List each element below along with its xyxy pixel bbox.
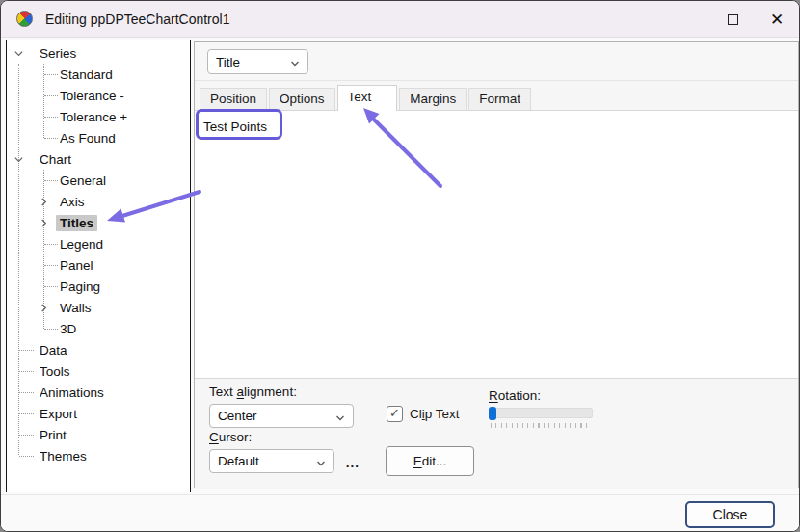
tree-item-themes[interactable]: Themes — [7, 445, 190, 466]
tree-connector-line — [19, 435, 34, 436]
tree-connector-line — [19, 371, 34, 372]
text-controls-area: Text alignment: Center ✓ Clip Text Rotat… — [195, 380, 798, 489]
tree-item-label: Chart — [36, 151, 75, 168]
tree-connector-line — [19, 350, 34, 351]
tree-item-tolerance[interactable]: Tolerance - — [7, 85, 190, 106]
cursor-dropdown[interactable]: Default — [209, 449, 334, 473]
dialog-window: Editing ppDPTeeChartControl1 ✕ SeriesSta… — [0, 0, 800, 532]
slider-ticks — [491, 423, 591, 428]
cursor-label: Cursor: — [209, 430, 252, 444]
teechart-pie-icon — [16, 11, 33, 27]
tree-item-axis[interactable]: Axis — [7, 191, 190, 212]
tree-item-label: Series — [36, 45, 80, 62]
close-button[interactable]: Close — [685, 501, 775, 528]
chevron-down-icon — [316, 457, 326, 466]
chevron-right-icon[interactable] — [37, 301, 50, 314]
cursor-more-button[interactable]: ... — [341, 454, 364, 471]
maximize-button[interactable] — [710, 1, 755, 38]
tree-item-tools[interactable]: Tools — [7, 360, 190, 382]
tree-item-animations[interactable]: Animations — [7, 382, 190, 403]
title-text-memo[interactable]: Test Points — [195, 110, 798, 379]
cursor-value: Default — [218, 454, 259, 468]
tree-item-label: Walls — [56, 300, 95, 316]
tree-item-label: Titles — [56, 215, 97, 231]
text-alignment-dropdown[interactable]: Center — [209, 404, 354, 428]
chevron-down-icon[interactable] — [12, 152, 25, 166]
tree-item-standard[interactable]: Standard — [7, 64, 190, 85]
tree-item-label: Export — [36, 406, 81, 422]
title-bar: Editing ppDPTeeChartControl1 ✕ — [1, 1, 799, 38]
chevron-down-icon — [335, 412, 345, 421]
tree-item-label: Animations — [36, 385, 108, 401]
tree-item-label: Legend — [56, 236, 107, 253]
memo-text-value: Test Points — [203, 120, 267, 134]
tree-item-as-found[interactable]: As Found — [7, 127, 190, 148]
tree-item-print[interactable]: Print — [7, 424, 190, 445]
text-alignment-value: Center — [218, 409, 257, 423]
tree-item-label: Panel — [56, 257, 97, 274]
slider-track — [489, 408, 593, 418]
tree-item-label: Tolerance + — [56, 109, 131, 125]
tree-item-panel[interactable]: Panel — [7, 254, 190, 276]
slider-thumb[interactable] — [489, 407, 496, 420]
tree-connector-line — [19, 413, 34, 414]
tree-item-paging[interactable]: Paging — [7, 276, 190, 297]
tree-item-tolerance[interactable]: Tolerance + — [7, 106, 190, 127]
tab-text[interactable]: Text — [337, 85, 398, 111]
tab-position[interactable]: Position — [200, 88, 267, 111]
checkbox-checked-icon: ✓ — [387, 406, 403, 422]
tree-item-label: Standard — [56, 66, 117, 83]
tab-options[interactable]: Options — [269, 88, 335, 111]
tree-item-label: 3D — [56, 321, 80, 337]
tab-margins[interactable]: Margins — [399, 88, 467, 111]
chevron-right-icon[interactable] — [37, 195, 50, 208]
tree-item-chart[interactable]: Chart — [7, 148, 190, 170]
tree-item-walls[interactable]: Walls — [7, 297, 190, 318]
clip-text-label: Clip Text — [410, 407, 460, 421]
rotation-label: Rotation: — [489, 388, 541, 403]
tree-item-legend[interactable]: Legend — [7, 233, 190, 254]
tree-item-general[interactable]: General — [7, 170, 190, 191]
tree-item-label: As Found — [56, 130, 120, 146]
tree-item-label: Tools — [36, 363, 74, 380]
chart-settings-tree: SeriesStandardTolerance -Tolerance +As F… — [6, 40, 191, 492]
tree-item-label: Paging — [56, 279, 104, 295]
title-selector-dropdown[interactable]: Title — [207, 49, 308, 74]
footer-bar: Close — [1, 494, 799, 532]
chevron-down-icon[interactable] — [12, 46, 25, 60]
tab-strip: PositionOptionsTextMarginsFormat — [200, 86, 533, 111]
tree-item-3d[interactable]: 3D — [7, 318, 190, 339]
close-icon: ✕ — [770, 12, 784, 28]
tree-item-label: General — [56, 173, 110, 189]
chevron-down-icon — [290, 57, 300, 66]
tree-connector-line — [19, 392, 34, 393]
tree-item-label: Themes — [36, 448, 91, 465]
selector-row: Title — [195, 42, 798, 81]
tree-connector-line — [19, 456, 34, 457]
tree-item-label: Data — [36, 342, 71, 359]
window-title: Editing ppDPTeeChartControl1 — [45, 12, 229, 27]
editor-panel: Title PositionOptionsTextMarginsFormat T… — [194, 41, 799, 488]
rotation-slider[interactable] — [489, 407, 593, 419]
chevron-right-icon[interactable] — [37, 216, 50, 229]
tab-format[interactable]: Format — [468, 88, 531, 111]
tree-item-data[interactable]: Data — [7, 339, 190, 360]
tree-item-titles[interactable]: Titles — [7, 212, 190, 233]
maximize-icon — [728, 14, 738, 25]
tree-item-label: Axis — [56, 194, 89, 210]
tree-item-label: Tolerance - — [56, 88, 128, 104]
tree-item-series[interactable]: Series — [7, 42, 190, 64]
title-selector-value: Title — [216, 55, 240, 69]
close-window-button[interactable]: ✕ — [755, 1, 799, 38]
edit-text-button[interactable]: Edit... — [386, 446, 474, 476]
tree-item-export[interactable]: Export — [7, 403, 190, 424]
clip-text-checkbox[interactable]: ✓ Clip Text — [387, 406, 460, 422]
text-alignment-label: Text alignment: — [209, 385, 297, 399]
tree-item-label: Print — [36, 427, 70, 443]
